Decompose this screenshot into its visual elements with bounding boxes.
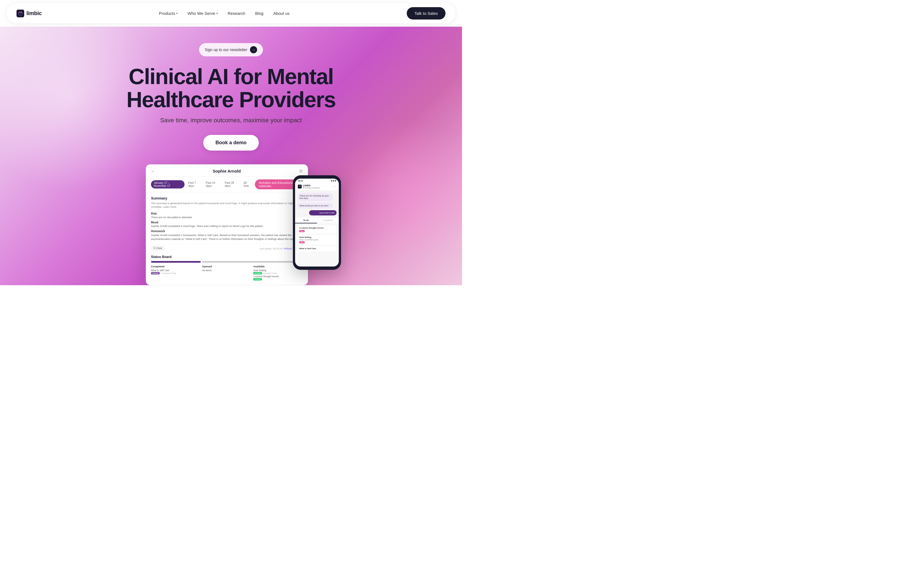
activity-badge-2: Activity	[253, 278, 262, 280]
filter-14days[interactable]: Past 14 days	[204, 181, 221, 188]
arrow-left-icon: ←	[151, 169, 155, 173]
chat-user-message: I just want to talk	[309, 210, 337, 215]
phone-todo-list: 3 column thought record New Goal Setting…	[295, 224, 339, 254]
chat-bubble-1: Thank you for checking out your first st…	[297, 193, 333, 201]
homework-text: Sophie Arnold completed 1 homeworks: Wha…	[151, 233, 303, 241]
settings-icon[interactable]: ⚙	[299, 168, 303, 174]
status-col-opened: Opened No Items	[202, 265, 252, 281]
tab-todo[interactable]: To do	[295, 218, 317, 223]
completed-item: What Is Self Care Activity Completed Fri…	[151, 269, 200, 274]
book-demo-button[interactable]: Book a demo	[203, 135, 258, 151]
status-columns: Completed What Is Self Care Activity Com…	[151, 265, 303, 281]
filter-28days[interactable]: Past 28 days	[223, 181, 240, 188]
phone-chat-area: Thank you for checking out your first st…	[295, 191, 339, 218]
phone-time: 09:25	[298, 180, 303, 182]
copy-button[interactable]: ⎘ Copy	[151, 246, 165, 251]
status-board-title: Status Board	[151, 255, 303, 259]
last-update: Last update: 09:25 AM	[259, 247, 283, 250]
todo-item-3: What Is Self Care	[297, 246, 337, 251]
phone-menu-icon[interactable]: ⋯	[333, 185, 336, 189]
svg-rect-0	[16, 10, 24, 17]
tab-completed[interactable]: Completed	[317, 218, 339, 223]
activity-badge-1: Activity	[253, 272, 262, 274]
hero-subtitle: Save time, improve outcomes, maximise yo…	[160, 117, 302, 124]
todo-badge-2: New	[299, 241, 305, 243]
todo-item-2: Goal Setting Helps set SMART goals New	[297, 235, 337, 245]
hero-section: Sign up to our newsletter → Clinical AI …	[0, 27, 462, 285]
hero-content: Sign up to our newsletter → Clinical AI …	[126, 27, 336, 151]
todo-badge-1: New	[299, 230, 305, 232]
homework-label: Homework	[151, 230, 303, 233]
summary-description: The summary is generated based on the pa…	[151, 201, 303, 209]
filter-7days[interactable]: Past 7 days	[187, 181, 202, 188]
phone-app-header: Limbic AI therapy assistant ⋯	[295, 182, 339, 191]
nav-products[interactable]: Products ▾	[159, 11, 178, 16]
newsletter-pill[interactable]: Sign up to our newsletter →	[199, 43, 263, 56]
hero-title: Clinical AI for Mental Healthcare Provid…	[126, 65, 336, 111]
nav-research[interactable]: Research	[228, 11, 245, 16]
copy-icon: ⎘	[154, 247, 155, 250]
back-button[interactable]: ← ←	[151, 169, 155, 173]
arrow-right-icon: →	[250, 46, 257, 53]
logo-text: limbic	[26, 10, 42, 16]
phone-app-name: Limbic	[303, 184, 320, 187]
phone-icons: ▶ ▶ ▮	[331, 180, 336, 182]
dashboard-body: Summary The summary is generated based o…	[146, 192, 308, 285]
phone-screen: 09:25 ▶ ▶ ▮ Limbic AI therapy assistant	[295, 179, 339, 266]
copy-row: ⎘ Copy Last update: 09:25 AM Refresh Sum…	[151, 244, 303, 252]
newsletter-label: Sign up to our newsletter	[205, 48, 247, 52]
activity-badge: Activity	[151, 272, 160, 274]
logo-icon	[16, 10, 24, 17]
dashboard-header: ← ← Sophie Arnold ⚙	[146, 164, 308, 177]
todo-item-1: 3 column thought record New	[297, 225, 337, 234]
phone-logo: Limbic AI therapy assistant	[298, 184, 320, 189]
risk-text: There are no risk patterns detected.	[151, 216, 303, 219]
patient-name: Sophie Arnold	[213, 169, 241, 173]
nav-about[interactable]: About us	[273, 11, 289, 16]
chat-bubble-2: What would you like to do now?	[297, 203, 333, 208]
phone-status-bar: 09:25 ▶ ▶ ▮	[295, 179, 339, 182]
logo[interactable]: limbic	[16, 10, 42, 17]
navbar: limbic Products ▾ Who We Serve ▾ Researc…	[6, 3, 456, 23]
chevron-down-icon: ▾	[216, 12, 218, 15]
mockup-section: ← ← Sophie Arnold ⚙ January 17 – Novembe…	[0, 164, 462, 285]
phone-app-subtitle: AI therapy assistant	[303, 187, 320, 189]
status-bar	[151, 261, 303, 263]
dashboard-filters: January 17 – November 17 Past 7 days Pas…	[146, 177, 308, 192]
mockup-container: ← ← Sophie Arnold ⚙ January 17 – Novembe…	[146, 164, 316, 285]
filter-alltime[interactable]: All time	[242, 181, 253, 188]
available-item-1: Goal Setting Activity Assigned Friday	[253, 269, 303, 274]
status-col-completed: Completed What Is Self Care Activity Com…	[151, 265, 200, 281]
available-item-2: 3 column thought record Activity	[253, 275, 303, 280]
svg-rect-1	[298, 185, 302, 189]
nav-links: Products ▾ Who We Serve ▾ Research Blog …	[159, 11, 289, 16]
date-range-filter[interactable]: January 17 – November 17	[151, 180, 184, 189]
risk-label: Risk	[151, 212, 303, 215]
summary-title: Summary	[151, 196, 303, 200]
bar-completed	[151, 261, 201, 263]
chevron-down-icon: ▾	[176, 12, 178, 15]
talk-to-sales-button[interactable]: Talk to Sales	[407, 7, 446, 19]
mood-label: Mood	[151, 221, 303, 224]
mood-text: Sophie Arnold completed 0 mood logs. The…	[151, 224, 303, 227]
opened-empty: No Items	[202, 269, 252, 272]
phone-tabs: To do Completed	[295, 218, 339, 224]
dashboard-card: ← ← Sophie Arnold ⚙ January 17 – Novembe…	[146, 164, 308, 285]
nav-blog[interactable]: Blog	[255, 11, 263, 16]
nav-wrapper: limbic Products ▾ Who We Serve ▾ Researc…	[0, 0, 462, 27]
nav-who-we-serve[interactable]: Who We Serve ▾	[187, 11, 218, 16]
phone-mockup: 09:25 ▶ ▶ ▮ Limbic AI therapy assistant	[293, 175, 341, 270]
phone-logo-icon	[298, 185, 302, 189]
bar-available	[202, 261, 303, 263]
